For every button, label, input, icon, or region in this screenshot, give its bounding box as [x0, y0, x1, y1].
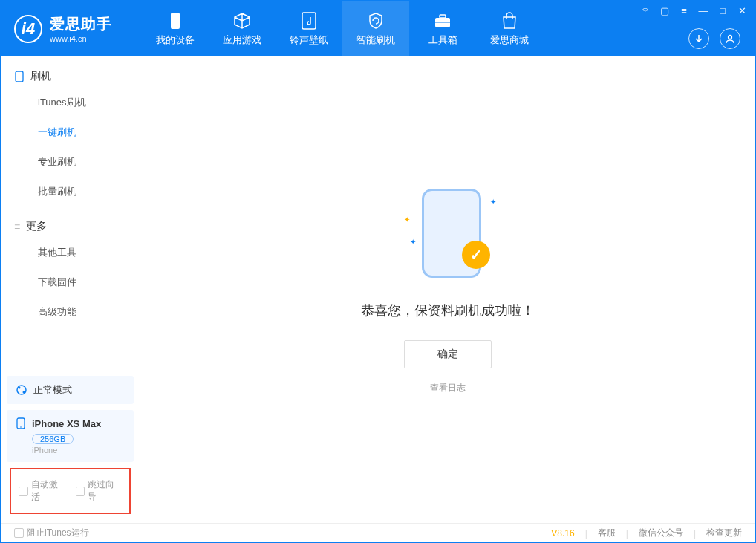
check-update-link[interactable]: 检查更新: [706, 527, 742, 539]
app-title: 爱思助手: [50, 14, 112, 34]
window-controls: ⌔ ▢ ≡ — □ ✕: [639, 5, 748, 16]
device-name-label: iPhone XS Max: [32, 418, 101, 429]
phone-icon: [166, 11, 185, 30]
tab-store[interactable]: 爱思商城: [476, 1, 543, 56]
music-file-icon: [299, 11, 319, 30]
device-card[interactable]: iPhone XS Max 256GB iPhone: [7, 410, 134, 462]
sparkle-icon: ✦: [490, 198, 496, 206]
tab-apps-games[interactable]: 应用游戏: [209, 1, 276, 56]
sidebar-item-itunes-flash[interactable]: iTunes刷机: [1, 88, 140, 117]
tab-label: 爱思商城: [490, 33, 529, 47]
sidebar-section-flash: 刷机 iTunes刷机 一键刷机 专业刷机 批量刷机: [1, 56, 140, 207]
app-subtitle: www.i4.cn: [50, 34, 112, 43]
success-illustration: ✦ ✦ ✦ ✓: [400, 186, 496, 282]
shield-refresh-icon: [366, 11, 385, 30]
checkbox-skip-guide[interactable]: 跳过向导: [76, 478, 123, 504]
header-actions: [688, 28, 740, 49]
device-phone-icon: [16, 417, 26, 429]
svg-point-8: [19, 387, 21, 389]
tab-smart-flash[interactable]: 智能刷机: [342, 1, 409, 56]
checkbox-label: 阻止iTunes运行: [27, 527, 89, 539]
sidebar-item-pro-flash[interactable]: 专业刷机: [1, 147, 140, 177]
svg-rect-3: [440, 15, 446, 18]
svg-rect-4: [435, 22, 450, 23]
device-icon: [14, 71, 25, 82]
checkbox-icon: [76, 487, 85, 496]
footer-right: V8.16 | 客服 | 微信公众号 | 检查更新: [551, 527, 742, 539]
sparkle-icon: ✦: [410, 238, 416, 246]
svg-point-7: [17, 386, 26, 394]
content-area: 刷机 iTunes刷机 一键刷机 专业刷机 批量刷机 ≡ 更多 其他工具 下载固…: [1, 56, 755, 523]
tab-label: 我的设备: [156, 33, 195, 47]
sidebar-header-label: 更多: [26, 220, 47, 233]
checkbox-icon: [19, 487, 28, 496]
sidebar-header-flash: 刷机: [1, 70, 140, 88]
logo-icon: i4: [14, 15, 42, 43]
svg-point-9: [23, 391, 25, 394]
close-button[interactable]: ✕: [736, 5, 748, 16]
tab-ringtone-wallpaper[interactable]: 铃声壁纸: [276, 1, 342, 56]
divider: |: [626, 528, 628, 539]
toolbox-icon: [433, 11, 452, 30]
logo-area: i4 爱思助手 www.i4.cn: [1, 14, 142, 43]
checkbox-row-highlighted: 自动激活 跳过向导: [10, 468, 131, 514]
tab-label: 铃声壁纸: [290, 33, 328, 47]
svg-rect-6: [16, 71, 23, 82]
success-message: 恭喜您，保资料刷机成功啦！: [361, 302, 535, 319]
sidebar-header-more: ≡ 更多: [1, 220, 140, 238]
menu-icon[interactable]: ≡: [678, 5, 690, 16]
sparkle-icon: ✦: [404, 215, 410, 224]
feedback-icon[interactable]: ▢: [659, 5, 671, 16]
customer-service-link[interactable]: 客服: [598, 527, 616, 539]
main-panel: ✦ ✦ ✦ ✓ 恭喜您，保资料刷机成功啦！ 确定 查看日志: [140, 56, 755, 523]
view-log-link[interactable]: 查看日志: [430, 382, 466, 394]
sidebar-bottom: 正常模式 iPhone XS Max 256GB iPhone 自动激活 跳过向…: [1, 370, 140, 523]
mode-card[interactable]: 正常模式: [7, 376, 134, 404]
app-header: i4 爱思助手 www.i4.cn 我的设备 应用游戏 铃声壁纸 智能刷机 工具…: [1, 1, 755, 56]
maximize-button[interactable]: □: [717, 5, 729, 16]
sidebar-item-advanced[interactable]: 高级功能: [1, 297, 140, 327]
wechat-link[interactable]: 微信公众号: [639, 527, 683, 539]
checkbox-icon: [14, 528, 24, 538]
checkbox-label: 自动激活: [31, 478, 65, 504]
device-type: iPhone: [32, 446, 125, 455]
checkbox-auto-activate[interactable]: 自动激活: [19, 478, 65, 504]
cube-icon: [232, 11, 252, 30]
ok-button[interactable]: 确定: [404, 340, 492, 368]
device-capacity: 256GB: [32, 434, 74, 444]
logo-text: 爱思助手 www.i4.cn: [50, 14, 112, 43]
mode-icon: [16, 384, 27, 396]
bag-icon: [500, 11, 519, 30]
checkmark-badge-icon: ✓: [462, 241, 490, 269]
sidebar-item-one-click-flash[interactable]: 一键刷机: [1, 117, 140, 147]
svg-rect-0: [171, 13, 180, 29]
tab-label: 工具箱: [428, 33, 457, 47]
sidebar-item-download-firmware[interactable]: 下载固件: [1, 267, 140, 297]
svg-rect-1: [302, 13, 316, 29]
tab-toolbox[interactable]: 工具箱: [409, 1, 476, 56]
sidebar: 刷机 iTunes刷机 一键刷机 专业刷机 批量刷机 ≡ 更多 其他工具 下载固…: [1, 56, 140, 523]
divider: |: [585, 528, 587, 539]
sidebar-item-batch-flash[interactable]: 批量刷机: [1, 177, 140, 207]
checkbox-label: 跳过向导: [88, 478, 122, 504]
list-icon: ≡: [14, 221, 20, 233]
tab-my-device[interactable]: 我的设备: [142, 1, 209, 56]
download-button[interactable]: [688, 28, 709, 49]
user-button[interactable]: [720, 28, 740, 49]
sidebar-section-more: ≡ 更多 其他工具 下载固件 高级功能: [1, 207, 140, 327]
sidebar-header-label: 刷机: [30, 70, 51, 83]
checkbox-block-itunes[interactable]: 阻止iTunes运行: [14, 527, 89, 539]
nav-tabs: 我的设备 应用游戏 铃声壁纸 智能刷机 工具箱 爱思商城: [142, 1, 543, 56]
status-bar: 阻止iTunes运行 V8.16 | 客服 | 微信公众号 | 检查更新: [1, 523, 755, 542]
version-label: V8.16: [551, 528, 574, 539]
tab-label: 应用游戏: [223, 33, 261, 47]
sidebar-item-other-tools[interactable]: 其他工具: [1, 238, 140, 267]
shirt-icon[interactable]: ⌔: [639, 5, 651, 16]
mode-label: 正常模式: [33, 383, 72, 397]
minimize-button[interactable]: —: [697, 5, 709, 16]
divider: |: [694, 528, 696, 539]
svg-point-11: [20, 426, 22, 428]
svg-point-5: [729, 36, 732, 39]
tab-label: 智能刷机: [356, 33, 395, 47]
